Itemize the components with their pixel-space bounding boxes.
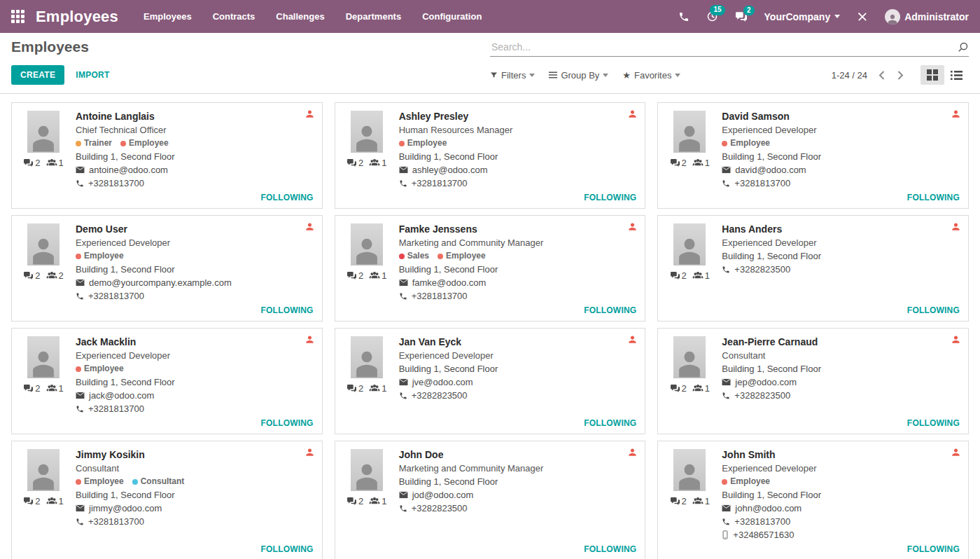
message-count[interactable]: 2 xyxy=(346,383,363,394)
employee-card[interactable]: 2 1 Jan Van Eyck Experienced Developer B… xyxy=(335,328,646,434)
menu-contracts[interactable]: Contracts xyxy=(213,11,255,22)
follower-count[interactable]: 1 xyxy=(46,158,64,168)
employee-card[interactable]: 2 1 Antoine Langlais Chief Technical Off… xyxy=(11,102,323,209)
employee-name[interactable]: Famke Jenssens xyxy=(399,222,638,236)
employee-photo[interactable] xyxy=(27,223,59,265)
company-switcher[interactable]: YourCompany xyxy=(764,11,841,22)
debug-tools-icon[interactable] xyxy=(857,11,868,22)
employee-card[interactable]: 2 1 Hans Anders Experienced Developer Bu… xyxy=(657,215,969,322)
pager-previous-button[interactable] xyxy=(877,69,886,81)
messages-icon[interactable]: 2 xyxy=(735,11,748,22)
follower-count[interactable]: 1 xyxy=(369,496,386,506)
employee-photo[interactable] xyxy=(27,449,59,491)
following-button[interactable]: FOLLOWING xyxy=(261,544,314,554)
following-button[interactable]: FOLLOWING xyxy=(261,418,314,428)
employee-name[interactable]: Ashley Presley xyxy=(399,109,638,123)
employee-name[interactable]: Antoine Langlais xyxy=(76,109,315,123)
message-count[interactable]: 2 xyxy=(670,158,687,168)
employee-card[interactable]: 2 1 Jimmy Kosikin Consultant EmployeeCon… xyxy=(11,441,323,559)
following-button[interactable]: FOLLOWING xyxy=(261,305,314,315)
employee-name[interactable]: Hans Anders xyxy=(722,222,961,236)
employee-card[interactable]: 2 1 John Doe Marketing and Community Man… xyxy=(335,441,646,559)
employee-photo[interactable] xyxy=(673,449,706,491)
employee-email-row[interactable]: david@odoo.com xyxy=(722,163,961,177)
follower-count[interactable]: 1 xyxy=(692,270,710,281)
list-view-button[interactable] xyxy=(944,67,969,84)
employee-phone-row[interactable]: +3282823500 xyxy=(399,502,638,515)
employee-card[interactable]: 2 1 Jean-Pierre Carnaud Consultant Build… xyxy=(657,328,969,434)
message-count[interactable]: 2 xyxy=(23,496,40,506)
following-button[interactable]: FOLLOWING xyxy=(907,418,960,428)
app-brand[interactable]: Employees xyxy=(36,8,118,26)
import-button[interactable]: IMPORT xyxy=(76,70,109,80)
filters-dropdown[interactable]: Filters xyxy=(490,70,535,81)
employee-photo[interactable] xyxy=(673,111,706,153)
pager-next-button[interactable] xyxy=(896,69,905,81)
message-count[interactable]: 2 xyxy=(346,270,363,281)
message-count[interactable]: 2 xyxy=(346,158,363,168)
employee-photo[interactable] xyxy=(673,223,706,265)
employee-name[interactable]: Jean-Pierre Carnaud xyxy=(722,335,961,349)
message-count[interactable]: 2 xyxy=(23,158,40,168)
employee-photo[interactable] xyxy=(673,336,706,378)
follower-count[interactable]: 1 xyxy=(369,383,386,394)
following-button[interactable]: FOLLOWING xyxy=(907,544,960,554)
employee-card[interactable]: 2 1 John Smith Experienced Developer Emp… xyxy=(657,441,969,559)
employee-phone-row[interactable]: +3281813700 xyxy=(76,402,315,415)
apps-menu-icon[interactable] xyxy=(11,10,24,23)
employee-phone-row[interactable]: +3281813700 xyxy=(76,289,315,303)
user-menu[interactable]: Administrator xyxy=(885,9,969,25)
message-count[interactable]: 2 xyxy=(23,383,40,394)
employee-photo[interactable] xyxy=(351,449,383,491)
employee-phone-row[interactable]: +3282823500 xyxy=(399,389,638,402)
employee-card[interactable]: 2 2 Demo User Experienced Developer Empl… xyxy=(11,215,323,322)
follower-count[interactable]: 1 xyxy=(369,270,386,281)
employee-photo[interactable] xyxy=(351,336,383,378)
employee-phone-row[interactable]: +3281813700 xyxy=(399,177,638,190)
employee-photo[interactable] xyxy=(27,111,59,153)
favorites-dropdown[interactable]: ★ Favorites xyxy=(622,70,680,81)
employee-name[interactable]: John Smith xyxy=(722,448,961,462)
employee-photo[interactable] xyxy=(27,336,59,378)
employee-email-row[interactable]: antoine@odoo.com xyxy=(76,163,315,177)
employee-email-row[interactable]: john@odoo.com xyxy=(722,502,961,515)
employee-name[interactable]: Demo User xyxy=(76,222,315,236)
voip-phone-icon[interactable] xyxy=(678,11,690,22)
employee-phone-row[interactable]: +3282823500 xyxy=(722,389,961,402)
follower-count[interactable]: 1 xyxy=(369,158,386,168)
kanban-view-button[interactable] xyxy=(920,65,944,85)
employee-card[interactable]: 2 1 Jack Macklin Experienced Developer E… xyxy=(11,328,323,434)
pager-value[interactable]: 1-24 / 24 xyxy=(832,70,867,81)
following-button[interactable]: FOLLOWING xyxy=(584,418,636,428)
message-count[interactable]: 2 xyxy=(670,383,687,394)
employee-email-row[interactable]: demo@yourcompany.example.com xyxy=(76,276,315,289)
employee-phone-row[interactable]: +3281813700 xyxy=(76,515,315,528)
following-button[interactable]: FOLLOWING xyxy=(907,305,960,315)
follower-count[interactable]: 1 xyxy=(46,383,64,394)
employee-photo[interactable] xyxy=(351,111,383,153)
employee-phone-row[interactable]: +3281813700 xyxy=(722,177,961,190)
message-count[interactable]: 2 xyxy=(670,496,687,506)
employee-name[interactable]: John Doe xyxy=(399,448,638,462)
employee-phone-row[interactable]: +3281813700 xyxy=(722,515,961,528)
message-count[interactable]: 2 xyxy=(670,270,687,281)
employee-name[interactable]: David Samson xyxy=(722,109,961,123)
employee-photo[interactable] xyxy=(351,223,383,265)
message-count[interactable]: 2 xyxy=(23,270,40,281)
employee-name[interactable]: Jan Van Eyck xyxy=(399,335,638,349)
employee-phone-row[interactable]: +3282823500 xyxy=(722,263,961,276)
employee-name[interactable]: Jack Macklin xyxy=(76,335,315,349)
follower-count[interactable]: 2 xyxy=(46,270,64,281)
create-button[interactable]: CREATE xyxy=(11,65,64,85)
menu-configuration[interactable]: Configuration xyxy=(422,11,482,22)
employee-email-row[interactable]: jimmy@odoo.com xyxy=(76,502,315,515)
employee-phone-row[interactable]: +3281813700 xyxy=(399,289,638,303)
following-button[interactable]: FOLLOWING xyxy=(584,193,636,202)
follower-count[interactable]: 1 xyxy=(692,158,710,168)
menu-challenges[interactable]: Challenges xyxy=(276,11,324,22)
employee-email-row[interactable]: jep@odoo.com xyxy=(722,375,961,389)
search-icon[interactable] xyxy=(957,41,969,53)
employee-email-row[interactable]: jack@odoo.com xyxy=(76,389,315,402)
follower-count[interactable]: 1 xyxy=(692,496,710,506)
group-by-dropdown[interactable]: Group By xyxy=(549,70,608,81)
